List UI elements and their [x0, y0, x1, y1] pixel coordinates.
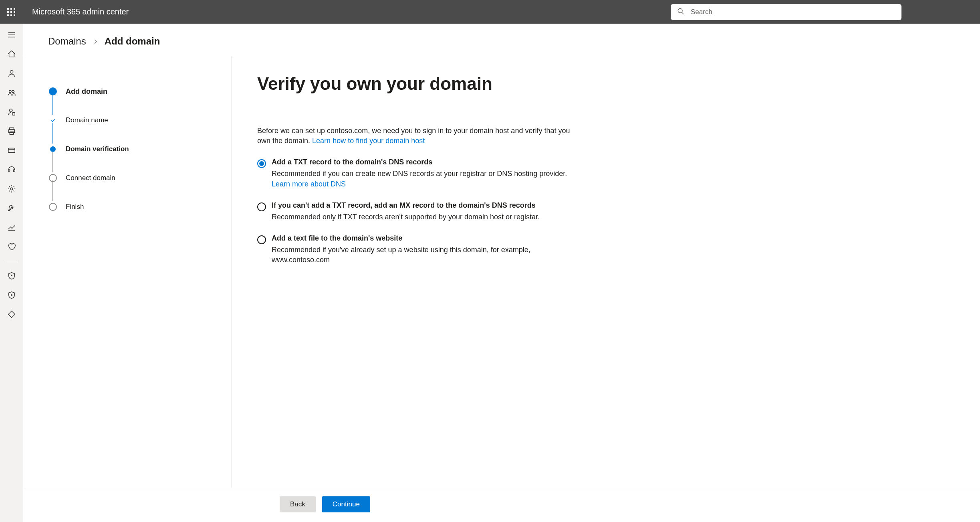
svg-line-10: [682, 12, 684, 14]
nav-security[interactable]: [6, 270, 17, 281]
main-content: Domains Add domain Add domain Domain nam: [23, 24, 980, 522]
nav-setup[interactable]: [6, 202, 17, 214]
menu-icon: [7, 30, 16, 39]
step-finish[interactable]: Finish: [49, 192, 231, 221]
wizard-stepper: Add domain Domain name Domain verificati…: [23, 56, 232, 488]
support-icon: [7, 165, 16, 174]
step-connect-domain[interactable]: Connect domain: [49, 164, 231, 192]
svg-rect-18: [12, 113, 14, 115]
nav-rail: [0, 24, 23, 522]
svg-point-26: [10, 188, 13, 190]
waffle-icon: [7, 8, 15, 16]
nav-more-icon: [7, 310, 16, 319]
step-add-domain[interactable]: Add domain: [49, 77, 231, 106]
nav-health[interactable]: [6, 241, 17, 252]
svg-rect-4: [10, 11, 12, 13]
nav-users[interactable]: [6, 68, 17, 79]
option-desc: Recommended if you've already set up a w…: [272, 245, 574, 265]
nav-reports[interactable]: [6, 222, 17, 233]
option-mx-record: If you can't add a TXT record, add an MX…: [257, 201, 574, 222]
home-icon: [7, 50, 16, 59]
page-title: Verify you own your domain: [257, 74, 954, 94]
search-icon: [677, 8, 684, 16]
option-desc: Recommended if you can create new DNS re…: [272, 169, 574, 189]
gear-icon: [7, 184, 16, 193]
option-text-file: Add a text file to the domain's website …: [257, 234, 574, 265]
svg-rect-29: [11, 294, 12, 296]
svg-rect-24: [8, 170, 10, 172]
svg-rect-5: [14, 11, 15, 13]
svg-point-9: [678, 8, 682, 13]
nav-divider: [6, 262, 17, 262]
radio-mx-record[interactable]: [257, 202, 266, 211]
role-icon: [7, 107, 16, 116]
svg-rect-2: [14, 8, 15, 10]
option-title: Add a text file to the domain's website: [272, 234, 574, 243]
detail-pane: Verify you own your domain Before we can…: [232, 56, 980, 488]
nav-resources[interactable]: [6, 125, 17, 137]
svg-point-16: [12, 91, 14, 93]
step-label: Add domain: [66, 87, 107, 96]
svg-rect-1: [10, 8, 12, 10]
wizard-footer: Back Continue: [23, 488, 980, 522]
svg-point-14: [10, 71, 13, 73]
option-desc: Recommended only if TXT records aren't s…: [272, 212, 540, 222]
option-title: If you can't add a TXT record, add an MX…: [272, 201, 540, 210]
billing-icon: [7, 146, 16, 155]
step-domain-verification[interactable]: Domain verification: [49, 135, 231, 164]
step-domain-name[interactable]: Domain name: [49, 106, 231, 135]
radio-text-file[interactable]: [257, 235, 266, 244]
svg-rect-0: [7, 8, 9, 10]
nav-billing[interactable]: [6, 145, 17, 156]
back-button[interactable]: Back: [280, 496, 316, 512]
svg-point-28: [11, 275, 12, 276]
nav-menu-button[interactable]: [6, 29, 17, 40]
printer-icon: [7, 127, 16, 136]
svg-rect-22: [8, 148, 15, 153]
search-input[interactable]: [671, 4, 901, 20]
step-label: Connect domain: [66, 174, 115, 182]
breadcrumb-current: Add domain: [105, 36, 160, 47]
option-title: Add a TXT record to the domain's DNS rec…: [272, 158, 574, 166]
health-icon: [7, 242, 16, 251]
svg-rect-25: [13, 170, 15, 172]
reports-icon: [7, 223, 16, 232]
step-label: Domain name: [66, 116, 108, 124]
shield2-icon: [7, 291, 16, 299]
svg-point-17: [9, 109, 12, 112]
svg-rect-7: [10, 14, 12, 16]
option-link[interactable]: Learn more about DNS: [272, 180, 346, 188]
nav-compliance[interactable]: [6, 289, 17, 301]
search-wrapper: [671, 4, 901, 20]
svg-rect-8: [14, 14, 15, 16]
nav-more[interactable]: [6, 309, 17, 320]
radio-txt-record[interactable]: [257, 159, 266, 168]
wrench-icon: [7, 204, 16, 212]
app-header: Microsoft 365 admin center: [0, 0, 980, 24]
verification-options: Add a TXT record to the domain's DNS rec…: [257, 158, 954, 265]
intro-text: Before we can set up contoso.com, we nee…: [257, 126, 574, 146]
shield1-icon: [7, 271, 16, 280]
nav-support[interactable]: [6, 164, 17, 175]
app-launcher-button[interactable]: [0, 0, 22, 24]
step-label: Domain verification: [66, 145, 129, 153]
svg-point-15: [9, 91, 11, 93]
option-txt-record: Add a TXT record to the domain's DNS rec…: [257, 158, 574, 189]
svg-rect-6: [7, 14, 9, 16]
nav-home[interactable]: [6, 49, 17, 60]
breadcrumb-parent[interactable]: Domains: [48, 36, 86, 47]
app-title: Microsoft 365 admin center: [32, 7, 129, 16]
step-label: Finish: [66, 203, 84, 211]
continue-button[interactable]: Continue: [322, 496, 370, 512]
svg-rect-3: [7, 11, 9, 13]
group-icon: [7, 88, 16, 97]
nav-groups[interactable]: [6, 87, 17, 98]
user-icon: [7, 69, 16, 78]
breadcrumb: Domains Add domain: [23, 24, 980, 56]
intro-link[interactable]: Learn how to find your domain host: [312, 137, 425, 145]
nav-roles[interactable]: [6, 106, 17, 117]
svg-rect-21: [10, 132, 13, 134]
nav-settings[interactable]: [6, 183, 17, 194]
chevron-right-icon: [93, 36, 98, 47]
